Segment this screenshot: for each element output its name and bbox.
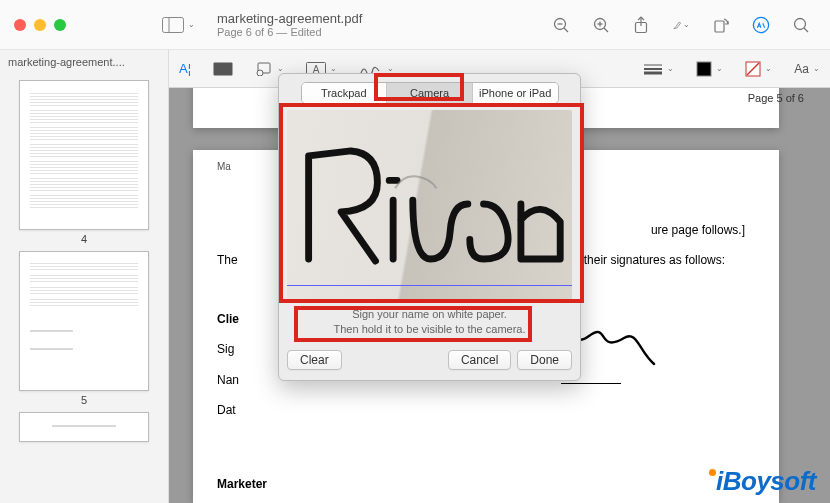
sidebar-doc-title: marketing-agreement.... xyxy=(0,50,168,74)
svg-line-6 xyxy=(604,28,608,32)
body-text: The xyxy=(217,253,238,267)
svg-line-3 xyxy=(564,28,568,32)
search-button[interactable] xyxy=(792,16,810,34)
page-header-fragment: Ma xyxy=(217,158,231,175)
help-text: Sign your name on white paper. Then hold… xyxy=(279,300,580,346)
signature-popover: Trackpad Camera iPhone or iPad Sign your… xyxy=(278,73,581,381)
tab-trackpad[interactable]: Trackpad xyxy=(302,83,388,103)
body-text: ure page follows.] xyxy=(651,223,745,237)
tab-camera[interactable]: Camera xyxy=(387,83,473,103)
svg-rect-15 xyxy=(214,62,233,75)
title-block: marketing-agreement.pdf Page 6 of 6 — Ed… xyxy=(217,11,362,38)
baseline-guide xyxy=(287,285,572,286)
field-label: Sig xyxy=(217,339,281,359)
share-button[interactable] xyxy=(632,16,650,34)
window-titlebar: ⌄ marketing-agreement.pdf Page 6 of 6 — … xyxy=(0,0,830,50)
svg-rect-24 xyxy=(697,62,711,76)
chevron-down-icon: ⌄ xyxy=(683,20,690,29)
stroke-color-tool[interactable]: ⌄ xyxy=(696,61,723,77)
page-thumbnail[interactable] xyxy=(19,412,149,442)
line-style-tool[interactable]: ⌄ xyxy=(643,63,674,75)
svg-point-12 xyxy=(753,17,768,32)
svg-rect-11 xyxy=(715,21,724,32)
page-thumbnail[interactable]: 4 xyxy=(19,80,149,245)
signature-source-tabs: Trackpad Camera iPhone or iPad xyxy=(301,82,559,104)
thumb-label: 4 xyxy=(19,233,149,245)
zoom-out-button[interactable] xyxy=(552,16,570,34)
svg-rect-0 xyxy=(163,17,184,32)
clear-button[interactable]: Clear xyxy=(287,350,342,370)
field-label: Nan xyxy=(217,370,281,390)
fill-color-tool[interactable]: ⌄ xyxy=(745,61,772,77)
svg-point-17 xyxy=(257,70,263,76)
highlight-button[interactable]: ⌄ xyxy=(672,16,690,34)
page-number-label: Page 5 of 6 xyxy=(748,92,804,104)
chevron-down-icon: ⌄ xyxy=(188,20,195,29)
minimize-window-button[interactable] xyxy=(34,19,46,31)
font-style-tool[interactable]: Aa⌄ xyxy=(794,62,820,76)
captured-signature xyxy=(287,110,572,300)
field-label: Dat xyxy=(217,400,281,420)
section-label: Marketer xyxy=(217,477,267,491)
svg-line-14 xyxy=(804,28,808,32)
close-window-button[interactable] xyxy=(14,19,26,31)
window-controls xyxy=(8,19,72,31)
tab-iphone-ipad[interactable]: iPhone or iPad xyxy=(473,83,558,103)
toggle-sidebar-button[interactable]: ⌄ xyxy=(162,17,195,33)
document-title: marketing-agreement.pdf xyxy=(217,11,362,26)
zoom-window-button[interactable] xyxy=(54,19,66,31)
done-button[interactable]: Done xyxy=(517,350,572,370)
markup-toggle-button[interactable] xyxy=(752,16,770,34)
thumbnails-sidebar: marketing-agreement.... 4 5 xyxy=(0,50,169,503)
rotate-button[interactable] xyxy=(712,16,730,34)
text-selection-tool[interactable]: A¦ xyxy=(179,61,191,76)
section-label: Clie xyxy=(217,312,239,326)
redact-tool[interactable] xyxy=(213,62,233,76)
page-thumbnail[interactable]: 5 xyxy=(19,251,149,406)
zoom-in-button[interactable] xyxy=(592,16,610,34)
document-subtitle: Page 6 of 6 — Edited xyxy=(217,26,362,38)
thumb-label: 5 xyxy=(19,394,149,406)
cancel-button[interactable]: Cancel xyxy=(448,350,511,370)
watermark-logo: iBoysoft xyxy=(709,466,816,497)
svg-point-13 xyxy=(795,18,806,29)
camera-preview xyxy=(287,110,572,300)
